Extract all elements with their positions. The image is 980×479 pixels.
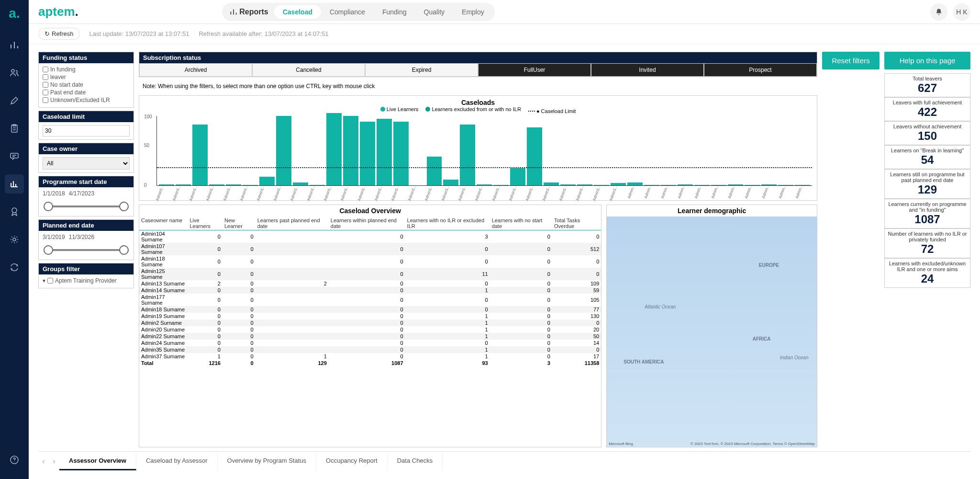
- chart-bar[interactable]: [627, 182, 643, 185]
- sub-status-fulluser[interactable]: FullUser: [478, 63, 591, 77]
- chart-bar[interactable]: [393, 122, 409, 185]
- table-row[interactable]: Admin18 Surname0000077: [139, 306, 601, 313]
- table-row[interactable]: Admin107 Surname00000512: [139, 243, 601, 255]
- chart-bar[interactable]: [343, 116, 358, 185]
- case-owner-select[interactable]: All: [43, 157, 130, 170]
- help-icon[interactable]: [5, 450, 24, 469]
- chart-bar[interactable]: [259, 177, 275, 185]
- sub-status-expired[interactable]: Expired: [365, 63, 478, 77]
- chart-bar[interactable]: [159, 184, 174, 185]
- tab-employ[interactable]: Employ: [453, 5, 493, 19]
- chart-bar[interactable]: [611, 183, 626, 185]
- chart-bar[interactable]: [527, 127, 542, 185]
- sub-status-invited[interactable]: Invited: [591, 63, 704, 77]
- chart-bar[interactable]: [778, 185, 793, 185]
- table-row[interactable]: Admin2 Surname000100: [139, 319, 601, 326]
- chart-bar[interactable]: [728, 184, 743, 185]
- funding-option[interactable]: Past end date: [43, 89, 130, 96]
- chart-bar[interactable]: [795, 185, 810, 185]
- chart-bar[interactable]: [560, 184, 576, 185]
- chart-bar[interactable]: [678, 184, 693, 185]
- table-row[interactable]: Admin19 Surname00010130: [139, 313, 601, 319]
- chart-bar[interactable]: [510, 168, 525, 185]
- funding-option[interactable]: In funding: [43, 66, 130, 73]
- clipboard-icon[interactable]: [5, 119, 24, 138]
- chart-bar[interactable]: [276, 116, 291, 185]
- table-row[interactable]: Admin37 Surname10101017: [139, 353, 601, 360]
- chart-bar[interactable]: [460, 125, 475, 185]
- gear-icon[interactable]: [5, 230, 24, 249]
- table-row[interactable]: Admin22 Surname0001050: [139, 333, 601, 340]
- chart-bar[interactable]: [209, 184, 224, 185]
- chart-bar[interactable]: [661, 185, 676, 185]
- kpi-card: Total leavers627: [884, 73, 970, 97]
- report-tabs: ‹ › Assessor OverviewCaseload by Assesso…: [38, 451, 970, 470]
- dashboard-icon[interactable]: [5, 174, 24, 194]
- prog-start-slider[interactable]: [43, 199, 130, 213]
- funding-status-header: Funding status: [39, 52, 134, 63]
- tab-funding[interactable]: Funding: [374, 5, 415, 19]
- chat-icon[interactable]: [5, 147, 24, 166]
- groups-filter-item[interactable]: ▾ Aptem Training Provider: [43, 277, 130, 284]
- badge-icon[interactable]: [5, 202, 24, 221]
- chart-bar[interactable]: [644, 185, 659, 185]
- table-row[interactable]: Admin14 Surname0001059: [139, 287, 601, 294]
- sub-status-cancelled[interactable]: Cancelled: [252, 63, 365, 77]
- funding-option[interactable]: leaver: [43, 74, 130, 80]
- case-owner-header: Case owner: [39, 143, 134, 154]
- tabs-next-icon[interactable]: ›: [49, 457, 59, 466]
- tab-caseload[interactable]: Caseload: [274, 5, 321, 19]
- funding-option[interactable]: No start date: [43, 81, 130, 88]
- funding-option[interactable]: Unknown/Excluded ILR: [43, 97, 130, 103]
- users-icon[interactable]: [5, 63, 24, 82]
- chart-bar[interactable]: [761, 184, 777, 185]
- sub-status-header: Subscription status: [139, 52, 817, 63]
- chart-bar[interactable]: [443, 180, 458, 185]
- kpi-card: Learners with excluded/unknown ILR and o…: [884, 258, 970, 288]
- chart-bar[interactable]: [176, 184, 191, 185]
- logo-icon: a.: [9, 6, 20, 21]
- sync-icon[interactable]: [5, 258, 24, 277]
- bar-chart-icon[interactable]: [5, 35, 24, 55]
- sub-status-prospect[interactable]: Prospect: [704, 63, 817, 77]
- sub-status-archived[interactable]: Archived: [139, 63, 252, 77]
- chart-bar[interactable]: [745, 185, 760, 185]
- report-tab[interactable]: Data Checks: [388, 452, 443, 470]
- report-tab[interactable]: Caseload by Assessor: [136, 452, 218, 470]
- table-row[interactable]: Admin35 Surname000100: [139, 346, 601, 353]
- chart-bar[interactable]: [377, 119, 392, 185]
- table-row[interactable]: Admin177 Surname00000105: [139, 294, 601, 306]
- chart-bar[interactable]: [711, 185, 726, 185]
- chart-bar[interactable]: [293, 182, 308, 185]
- chart-bar[interactable]: [326, 113, 342, 185]
- table-row[interactable]: Admin13 Surname202000109: [139, 280, 601, 287]
- report-tab[interactable]: Occupancy Report: [316, 452, 388, 470]
- planned-end-slider[interactable]: [43, 242, 130, 257]
- tab-quality[interactable]: Quality: [415, 5, 454, 19]
- chart-bar[interactable]: [493, 185, 509, 185]
- chart-bar[interactable]: [192, 125, 208, 185]
- caseload-limit-input[interactable]: [43, 125, 130, 137]
- report-tab[interactable]: Assessor Overview: [59, 452, 136, 470]
- refresh-button[interactable]: ↻ Refresh: [38, 28, 80, 40]
- table-row[interactable]: Admin104 Surname000300: [139, 230, 601, 243]
- tab-compliance[interactable]: Compliance: [321, 5, 374, 19]
- chart-bar[interactable]: [360, 122, 375, 185]
- pen-icon[interactable]: [5, 91, 24, 110]
- reset-filters-button[interactable]: Reset filters: [822, 52, 880, 69]
- table-row[interactable]: Admin20 Surname0001020: [139, 326, 601, 333]
- table-row[interactable]: Admin125 Surname0001100: [139, 268, 601, 280]
- chart-bar[interactable]: [694, 185, 710, 185]
- chart-bar[interactable]: [544, 182, 559, 185]
- user-avatar[interactable]: H K: [953, 3, 970, 21]
- report-tab[interactable]: Overview by Program Status: [218, 452, 316, 470]
- table-row[interactable]: Admin24 Surname0000014: [139, 340, 601, 346]
- sub-status-tabs: ArchivedCancelledExpiredFullUserInvitedP…: [139, 63, 817, 77]
- table-row[interactable]: Admin118 Surname000000: [139, 255, 601, 268]
- tabs-prev-icon[interactable]: ‹: [38, 457, 49, 466]
- help-page-button[interactable]: Help on this page: [884, 52, 970, 69]
- chart-bar[interactable]: [577, 184, 592, 185]
- bell-icon[interactable]: [930, 3, 947, 21]
- chart-bar[interactable]: [594, 185, 609, 185]
- chart-bar[interactable]: [427, 157, 442, 185]
